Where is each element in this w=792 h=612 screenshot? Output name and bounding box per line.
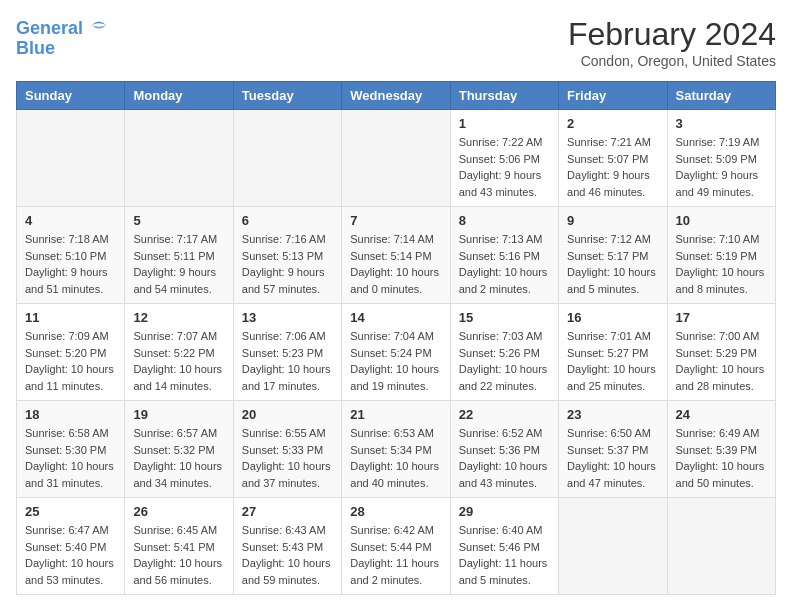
day-info: Sunrise: 7:10 AM Sunset: 5:19 PM Dayligh…	[676, 231, 767, 297]
weekday-header-tuesday: Tuesday	[233, 82, 341, 110]
day-info: Sunrise: 7:00 AM Sunset: 5:29 PM Dayligh…	[676, 328, 767, 394]
calendar-cell: 3Sunrise: 7:19 AM Sunset: 5:09 PM Daylig…	[667, 110, 775, 207]
weekday-header-wednesday: Wednesday	[342, 82, 450, 110]
calendar-cell: 16Sunrise: 7:01 AM Sunset: 5:27 PM Dayli…	[559, 304, 667, 401]
logo-text: General Blue	[16, 16, 108, 59]
day-info: Sunrise: 7:09 AM Sunset: 5:20 PM Dayligh…	[25, 328, 116, 394]
calendar-cell: 27Sunrise: 6:43 AM Sunset: 5:43 PM Dayli…	[233, 498, 341, 595]
calendar-table: SundayMondayTuesdayWednesdayThursdayFrid…	[16, 81, 776, 595]
day-number: 12	[133, 310, 224, 325]
day-number: 16	[567, 310, 658, 325]
calendar-cell: 28Sunrise: 6:42 AM Sunset: 5:44 PM Dayli…	[342, 498, 450, 595]
day-number: 4	[25, 213, 116, 228]
weekday-header-thursday: Thursday	[450, 82, 558, 110]
day-number: 6	[242, 213, 333, 228]
logo-icon	[90, 16, 108, 34]
day-info: Sunrise: 6:40 AM Sunset: 5:46 PM Dayligh…	[459, 522, 550, 588]
logo: General Blue	[16, 16, 108, 59]
day-number: 13	[242, 310, 333, 325]
weekday-header-friday: Friday	[559, 82, 667, 110]
calendar-cell: 21Sunrise: 6:53 AM Sunset: 5:34 PM Dayli…	[342, 401, 450, 498]
day-number: 26	[133, 504, 224, 519]
day-number: 19	[133, 407, 224, 422]
day-number: 25	[25, 504, 116, 519]
day-info: Sunrise: 6:55 AM Sunset: 5:33 PM Dayligh…	[242, 425, 333, 491]
calendar-cell: 1Sunrise: 7:22 AM Sunset: 5:06 PM Daylig…	[450, 110, 558, 207]
calendar-cell	[559, 498, 667, 595]
weekday-header-saturday: Saturday	[667, 82, 775, 110]
calendar-cell: 7Sunrise: 7:14 AM Sunset: 5:14 PM Daylig…	[342, 207, 450, 304]
day-info: Sunrise: 7:07 AM Sunset: 5:22 PM Dayligh…	[133, 328, 224, 394]
day-info: Sunrise: 7:18 AM Sunset: 5:10 PM Dayligh…	[25, 231, 116, 297]
day-info: Sunrise: 7:17 AM Sunset: 5:11 PM Dayligh…	[133, 231, 224, 297]
calendar-cell: 23Sunrise: 6:50 AM Sunset: 5:37 PM Dayli…	[559, 401, 667, 498]
day-number: 29	[459, 504, 550, 519]
location-title: Condon, Oregon, United States	[568, 53, 776, 69]
calendar-week-row: 1Sunrise: 7:22 AM Sunset: 5:06 PM Daylig…	[17, 110, 776, 207]
day-number: 15	[459, 310, 550, 325]
day-number: 9	[567, 213, 658, 228]
calendar-cell: 12Sunrise: 7:07 AM Sunset: 5:22 PM Dayli…	[125, 304, 233, 401]
calendar-cell: 11Sunrise: 7:09 AM Sunset: 5:20 PM Dayli…	[17, 304, 125, 401]
day-info: Sunrise: 7:01 AM Sunset: 5:27 PM Dayligh…	[567, 328, 658, 394]
calendar-cell	[17, 110, 125, 207]
calendar-cell: 15Sunrise: 7:03 AM Sunset: 5:26 PM Dayli…	[450, 304, 558, 401]
calendar-cell: 13Sunrise: 7:06 AM Sunset: 5:23 PM Dayli…	[233, 304, 341, 401]
day-number: 23	[567, 407, 658, 422]
calendar-cell: 26Sunrise: 6:45 AM Sunset: 5:41 PM Dayli…	[125, 498, 233, 595]
day-number: 27	[242, 504, 333, 519]
day-number: 3	[676, 116, 767, 131]
calendar-cell: 18Sunrise: 6:58 AM Sunset: 5:30 PM Dayli…	[17, 401, 125, 498]
day-info: Sunrise: 6:47 AM Sunset: 5:40 PM Dayligh…	[25, 522, 116, 588]
day-number: 22	[459, 407, 550, 422]
calendar-cell: 2Sunrise: 7:21 AM Sunset: 5:07 PM Daylig…	[559, 110, 667, 207]
day-info: Sunrise: 7:21 AM Sunset: 5:07 PM Dayligh…	[567, 134, 658, 200]
day-number: 10	[676, 213, 767, 228]
day-number: 24	[676, 407, 767, 422]
day-info: Sunrise: 7:12 AM Sunset: 5:17 PM Dayligh…	[567, 231, 658, 297]
day-info: Sunrise: 6:43 AM Sunset: 5:43 PM Dayligh…	[242, 522, 333, 588]
calendar-cell	[125, 110, 233, 207]
day-info: Sunrise: 7:22 AM Sunset: 5:06 PM Dayligh…	[459, 134, 550, 200]
day-number: 21	[350, 407, 441, 422]
day-number: 11	[25, 310, 116, 325]
day-number: 7	[350, 213, 441, 228]
title-area: February 2024 Condon, Oregon, United Sta…	[568, 16, 776, 69]
day-info: Sunrise: 7:04 AM Sunset: 5:24 PM Dayligh…	[350, 328, 441, 394]
day-info: Sunrise: 6:53 AM Sunset: 5:34 PM Dayligh…	[350, 425, 441, 491]
day-number: 5	[133, 213, 224, 228]
day-info: Sunrise: 7:13 AM Sunset: 5:16 PM Dayligh…	[459, 231, 550, 297]
calendar-cell: 5Sunrise: 7:17 AM Sunset: 5:11 PM Daylig…	[125, 207, 233, 304]
day-info: Sunrise: 7:16 AM Sunset: 5:13 PM Dayligh…	[242, 231, 333, 297]
calendar-cell: 19Sunrise: 6:57 AM Sunset: 5:32 PM Dayli…	[125, 401, 233, 498]
day-info: Sunrise: 7:03 AM Sunset: 5:26 PM Dayligh…	[459, 328, 550, 394]
page-header: General Blue February 2024 Condon, Orego…	[16, 16, 776, 69]
calendar-cell: 6Sunrise: 7:16 AM Sunset: 5:13 PM Daylig…	[233, 207, 341, 304]
calendar-cell: 4Sunrise: 7:18 AM Sunset: 5:10 PM Daylig…	[17, 207, 125, 304]
calendar-cell: 22Sunrise: 6:52 AM Sunset: 5:36 PM Dayli…	[450, 401, 558, 498]
day-info: Sunrise: 6:45 AM Sunset: 5:41 PM Dayligh…	[133, 522, 224, 588]
weekday-header-row: SundayMondayTuesdayWednesdayThursdayFrid…	[17, 82, 776, 110]
day-info: Sunrise: 6:42 AM Sunset: 5:44 PM Dayligh…	[350, 522, 441, 588]
calendar-week-row: 25Sunrise: 6:47 AM Sunset: 5:40 PM Dayli…	[17, 498, 776, 595]
day-number: 18	[25, 407, 116, 422]
calendar-cell: 10Sunrise: 7:10 AM Sunset: 5:19 PM Dayli…	[667, 207, 775, 304]
calendar-cell	[233, 110, 341, 207]
calendar-week-row: 18Sunrise: 6:58 AM Sunset: 5:30 PM Dayli…	[17, 401, 776, 498]
calendar-cell: 9Sunrise: 7:12 AM Sunset: 5:17 PM Daylig…	[559, 207, 667, 304]
calendar-week-row: 4Sunrise: 7:18 AM Sunset: 5:10 PM Daylig…	[17, 207, 776, 304]
weekday-header-monday: Monday	[125, 82, 233, 110]
weekday-header-sunday: Sunday	[17, 82, 125, 110]
day-info: Sunrise: 7:06 AM Sunset: 5:23 PM Dayligh…	[242, 328, 333, 394]
day-number: 28	[350, 504, 441, 519]
day-info: Sunrise: 6:50 AM Sunset: 5:37 PM Dayligh…	[567, 425, 658, 491]
day-info: Sunrise: 7:19 AM Sunset: 5:09 PM Dayligh…	[676, 134, 767, 200]
calendar-cell: 24Sunrise: 6:49 AM Sunset: 5:39 PM Dayli…	[667, 401, 775, 498]
calendar-cell: 29Sunrise: 6:40 AM Sunset: 5:46 PM Dayli…	[450, 498, 558, 595]
calendar-week-row: 11Sunrise: 7:09 AM Sunset: 5:20 PM Dayli…	[17, 304, 776, 401]
calendar-cell	[667, 498, 775, 595]
calendar-cell	[342, 110, 450, 207]
calendar-cell: 8Sunrise: 7:13 AM Sunset: 5:16 PM Daylig…	[450, 207, 558, 304]
calendar-cell: 17Sunrise: 7:00 AM Sunset: 5:29 PM Dayli…	[667, 304, 775, 401]
calendar-cell: 25Sunrise: 6:47 AM Sunset: 5:40 PM Dayli…	[17, 498, 125, 595]
